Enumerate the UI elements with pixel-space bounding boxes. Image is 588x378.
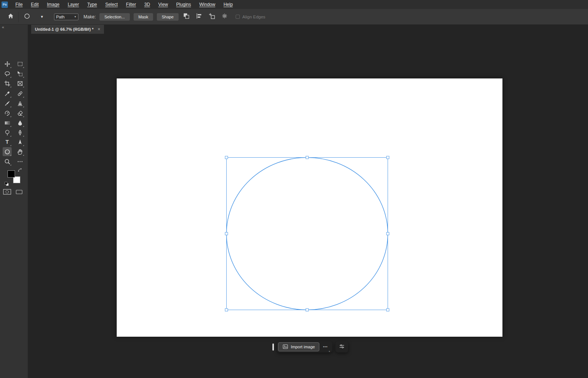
dodge-tool[interactable] <box>3 128 12 137</box>
task-bar-group: Import image ••• ▾ <box>277 341 332 352</box>
type-tool[interactable]: T <box>3 137 12 146</box>
menu-layer[interactable]: Layer <box>63 0 83 9</box>
tool-flyout-indicator <box>10 86 11 87</box>
photoshop-app: Ps File Edit Image Layer Type Select Fil… <box>0 0 588 378</box>
import-image-button[interactable]: Import image <box>278 342 319 351</box>
make-shape-button[interactable]: Shape <box>157 13 179 21</box>
tool-flyout-indicator <box>10 145 11 146</box>
make-mask-button[interactable]: Mask <box>134 13 153 21</box>
align-edges-checkbox[interactable] <box>236 15 240 19</box>
brush-tool[interactable] <box>3 99 12 108</box>
image-icon <box>283 344 288 350</box>
task-bar-settings-button[interactable] <box>335 341 348 352</box>
menu-file[interactable]: File <box>11 0 27 9</box>
document-tab[interactable]: Untitled-1 @ 66.7% (RGB/8#) * × <box>31 25 104 34</box>
foreground-color-swatch[interactable] <box>8 170 15 178</box>
path-selection-overlay <box>117 78 502 337</box>
rectangular-marquee-tool[interactable] <box>15 59 24 68</box>
crop-tool[interactable] <box>3 79 12 88</box>
options-bar: ▾ Path ▾ Make: Selection... Mask Shape A… <box>0 9 588 25</box>
hand-tool[interactable] <box>15 147 24 156</box>
document-canvas[interactable] <box>117 78 502 337</box>
lasso-tool[interactable] <box>3 69 12 78</box>
object-selection-tool[interactable] <box>15 69 24 78</box>
tools-panel: « <box>0 25 28 378</box>
collapse-panel-button[interactable]: « <box>2 25 4 29</box>
gear-icon <box>221 13 228 21</box>
path-operations-button[interactable] <box>182 12 191 22</box>
eraser-tool[interactable] <box>15 108 24 117</box>
divider <box>18 12 19 22</box>
tool-flyout-indicator <box>10 77 11 78</box>
handle-middle-left[interactable] <box>225 232 228 235</box>
menu-image[interactable]: Image <box>43 0 63 9</box>
make-label: Make: <box>84 14 96 20</box>
transform-bounding-box[interactable] <box>227 158 388 310</box>
sliders-icon <box>339 343 345 351</box>
drag-handle[interactable] <box>272 343 274 351</box>
eyedropper-tool[interactable] <box>3 89 12 98</box>
ellipse-tool[interactable] <box>3 147 12 156</box>
zoom-tool[interactable] <box>3 157 12 166</box>
tool-mode-select[interactable]: Path ▾ <box>54 14 78 20</box>
handle-bottom-center[interactable] <box>306 309 308 311</box>
menu-type[interactable]: Type <box>83 0 101 9</box>
clone-stamp-tool[interactable] <box>15 99 24 108</box>
menu-select[interactable]: Select <box>101 0 122 9</box>
menu-view[interactable]: View <box>154 0 172 9</box>
menu-3d[interactable]: 3D <box>140 0 154 9</box>
screen-mode-button[interactable] <box>15 189 23 196</box>
path-arrangement-button[interactable] <box>207 12 217 22</box>
tool-flyout-indicator <box>23 136 24 137</box>
home-button[interactable] <box>6 12 15 22</box>
path-alignment-button[interactable] <box>194 12 204 22</box>
frame-tool[interactable] <box>15 79 24 88</box>
menu-help[interactable]: Help <box>220 0 237 9</box>
make-selection-button[interactable]: Selection... <box>99 13 129 21</box>
history-brush-tool[interactable] <box>3 108 12 117</box>
tool-flyout-indicator <box>23 77 24 78</box>
swap-colors-button[interactable] <box>18 167 23 174</box>
more-options-button[interactable]: ••• ▾ <box>319 342 331 351</box>
handle-top-left[interactable] <box>225 156 228 159</box>
handle-middle-right[interactable] <box>386 232 389 235</box>
tool-flyout-indicator <box>23 106 24 107</box>
quick-mask-button[interactable] <box>3 189 11 196</box>
tool-flyout-indicator <box>23 126 24 127</box>
tool-flyout-indicator <box>23 96 24 98</box>
edit-toolbar-button[interactable] <box>15 157 24 166</box>
menu-filter[interactable]: Filter <box>122 0 140 9</box>
tool-flyout-indicator <box>10 96 11 98</box>
align-edges-label: Align Edges <box>242 15 265 19</box>
path-options-button[interactable] <box>220 12 230 22</box>
gradient-tool[interactable] <box>3 118 12 127</box>
menu-edit[interactable]: Edit <box>27 0 43 9</box>
ellipsis-icon: ••• <box>323 345 328 349</box>
tool-flyout-indicator <box>23 145 24 146</box>
tool-preset-picker[interactable]: ▾ <box>21 12 47 22</box>
ellipse-tool-preset-icon <box>24 13 30 21</box>
handle-top-right[interactable] <box>386 156 389 159</box>
pen-tool[interactable] <box>15 128 24 137</box>
close-tab-icon[interactable]: × <box>98 27 100 32</box>
menu-plugins[interactable]: Plugins <box>172 0 195 9</box>
handle-top-center[interactable] <box>306 156 308 159</box>
blur-tool[interactable] <box>15 118 24 127</box>
default-colors-button[interactable] <box>5 181 9 188</box>
tool-flyout-indicator <box>23 155 24 156</box>
handle-bottom-left[interactable] <box>225 309 228 311</box>
align-icon <box>196 13 202 21</box>
default-colors-icon <box>5 181 9 187</box>
combine-shapes-icon <box>183 13 189 21</box>
ellipse-path-outline[interactable] <box>227 158 388 310</box>
quick-mask-icon <box>3 190 11 196</box>
path-selection-tool[interactable] <box>15 137 24 146</box>
document-tab-title: Untitled-1 @ 66.7% (RGB/8#) * <box>35 27 93 32</box>
screen-mode-icon <box>15 190 23 196</box>
handle-bottom-right[interactable] <box>386 309 389 311</box>
tool-flyout-indicator <box>10 126 11 127</box>
move-tool[interactable] <box>3 59 12 68</box>
spot-healing-brush-tool[interactable] <box>15 89 24 98</box>
menu-window[interactable]: Window <box>195 0 220 9</box>
tool-flyout-indicator <box>23 116 24 117</box>
